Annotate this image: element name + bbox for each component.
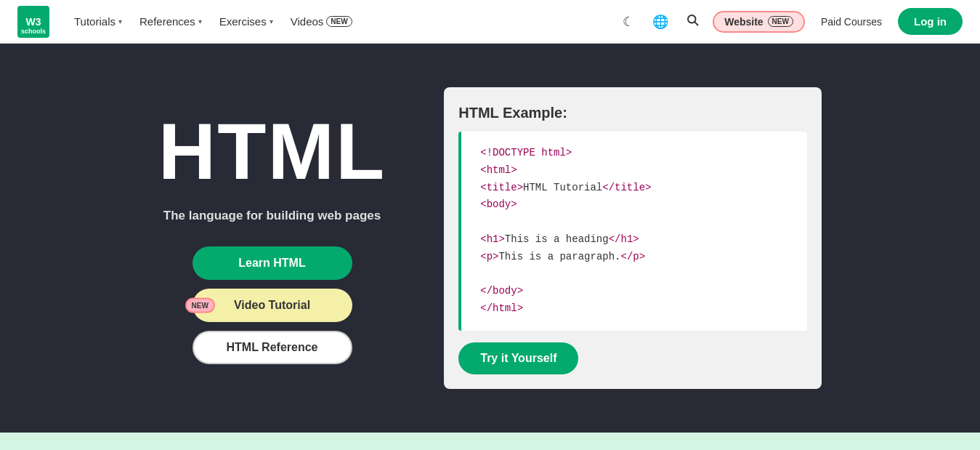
html-reference-button[interactable]: HTML Reference <box>193 331 352 364</box>
code-card-title: HTML Example: <box>458 105 807 121</box>
code-example-card: HTML Example: <!DOCTYPE html> <html> <ti… <box>444 87 822 389</box>
website-label: Website <box>724 16 763 28</box>
nav-exercises[interactable]: Exercises ▾ <box>212 9 280 33</box>
search-icon <box>686 13 699 30</box>
logo-box: W3 schools <box>17 6 49 38</box>
website-new-badge: NEW <box>768 16 793 27</box>
logo[interactable]: W3 schools <box>17 6 49 38</box>
video-button-wrapper: NEW Video Tutorial <box>193 289 352 322</box>
login-button[interactable]: Log in <box>898 8 963 35</box>
code-line-3b: HTML Tutorial <box>523 182 602 193</box>
code-block: <!DOCTYPE html> <html> <title>HTML Tutor… <box>458 132 807 331</box>
code-line-4: <body> <box>480 198 517 210</box>
exercises-label: Exercises <box>219 15 267 28</box>
hero-subtitle: The language for building web pages <box>163 209 381 223</box>
video-new-badge: NEW <box>185 298 215 313</box>
code-line-6b: This is a paragraph. <box>498 251 620 262</box>
code-line-6a: <p> <box>480 251 498 262</box>
bottom-section <box>0 433 980 450</box>
references-label: References <box>139 15 195 28</box>
code-line-8: </html> <box>480 302 523 314</box>
svg-line-1 <box>695 22 698 25</box>
logo-schools-text: schools <box>21 28 46 35</box>
code-line-3a: <title> <box>480 182 523 193</box>
exercises-chevron-icon: ▾ <box>270 17 273 25</box>
dark-mode-icon: ☾ <box>623 14 634 30</box>
website-button[interactable]: Website NEW <box>713 11 805 33</box>
video-tutorial-button[interactable]: Video Tutorial <box>193 289 352 322</box>
code-line-5b: This is a heading <box>505 233 609 245</box>
tutorials-label: Tutorials <box>74 15 116 28</box>
videos-label: Videos <box>291 15 324 28</box>
code-line-7: </body> <box>480 285 523 297</box>
videos-new-badge: NEW <box>326 16 352 27</box>
nav-videos[interactable]: Videos NEW <box>283 9 360 33</box>
search-button[interactable] <box>681 10 704 33</box>
code-line-5a: <h1> <box>480 233 505 245</box>
code-line-2: <html> <box>480 164 517 176</box>
navbar: W3 schools Tutorials ▾ References ▾ Exer… <box>0 0 980 44</box>
code-line-5c: </h1> <box>609 233 639 245</box>
tutorials-chevron-icon: ▾ <box>118 17 122 25</box>
references-chevron-icon: ▾ <box>198 17 202 25</box>
globe-icon: 🌐 <box>652 14 668 30</box>
code-line-1: <!DOCTYPE html> <box>480 147 572 158</box>
try-it-yourself-button[interactable]: Try it Yourself <box>458 342 578 374</box>
hero-title: HTML <box>158 111 386 191</box>
paid-courses-link[interactable]: Paid Courses <box>814 12 889 32</box>
hero-left: HTML The language for building web pages… <box>158 111 386 364</box>
learn-html-button[interactable]: Learn HTML <box>193 246 352 280</box>
hero-section: HTML The language for building web pages… <box>0 44 980 433</box>
nav-references[interactable]: References ▾ <box>132 9 209 33</box>
nav-right: ☾ 🌐 Website NEW Paid Courses Log in <box>617 8 963 35</box>
hero-buttons: Learn HTML NEW Video Tutorial HTML Refer… <box>158 246 386 364</box>
globe-button[interactable]: 🌐 <box>649 10 672 33</box>
dark-mode-button[interactable]: ☾ <box>617 10 640 33</box>
code-line-3c: </title> <box>602 182 651 193</box>
nav-tutorials[interactable]: Tutorials ▾ <box>67 9 129 33</box>
nav-items: Tutorials ▾ References ▾ Exercises ▾ Vid… <box>67 9 617 33</box>
logo-w3-text: W3 <box>26 17 41 27</box>
code-line-6c: </p> <box>620 251 645 262</box>
